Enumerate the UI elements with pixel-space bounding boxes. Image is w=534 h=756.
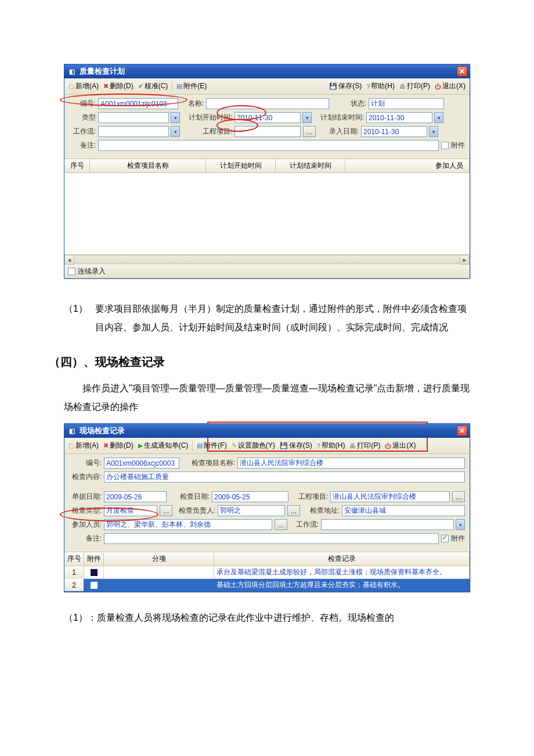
attachment-checkbox[interactable]	[441, 535, 449, 542]
generate-notice-button[interactable]: ▶生成通知单(C)	[136, 440, 190, 452]
dropdown-icon[interactable]: ▾	[171, 126, 180, 137]
save-button[interactable]: 💾保存(S)	[278, 440, 314, 452]
col-section[interactable]: 分项	[104, 552, 214, 566]
exit-button[interactable]: ⏻退出(X)	[383, 440, 417, 452]
check-type-lookup-button[interactable]: …	[160, 505, 172, 516]
col-attach[interactable]: 附件	[84, 552, 104, 566]
type-field[interactable]	[98, 112, 169, 123]
titlebar[interactable]: ◧ 质量检查计划 ✕	[64, 64, 470, 78]
check-type-field[interactable]	[104, 505, 157, 516]
code-field[interactable]	[104, 458, 179, 469]
label-name: 名称:	[181, 99, 204, 109]
print-icon: 🖶	[399, 83, 406, 90]
project-lookup-button[interactable]: …	[452, 491, 465, 502]
check-resp-field[interactable]	[218, 505, 285, 516]
grid-body[interactable]	[64, 173, 470, 254]
cell-att[interactable]	[84, 566, 104, 579]
code-field[interactable]	[98, 98, 178, 109]
participants-field[interactable]	[104, 519, 272, 530]
plus-icon: ▢	[68, 82, 74, 90]
doc-paragraph: （1）：质量检查人员将现场检查的记录在此作业中进行维护、存档。现场检查的	[64, 609, 470, 627]
titlebar[interactable]: ◧ 现场检查记录 ✕	[64, 424, 470, 438]
scroll-left-icon[interactable]: ◄	[64, 255, 74, 265]
name-field[interactable]	[206, 98, 329, 109]
grid-body[interactable]: 1 承台及基础梁混凝土成形较好，局部混凝土涨模；现场质保资料基本齐全。 2 基础…	[64, 566, 470, 592]
scroll-track[interactable]	[74, 255, 460, 264]
form-panel: 编号: 名称: 状态: 类型 ▾ 计划开始时间: ▾ 计划结束时间: ▾ 工作流…	[64, 95, 470, 159]
window-title: 现场检查记录	[80, 426, 125, 436]
remark-field[interactable]	[104, 533, 439, 544]
approve-button[interactable]: ✔核准(C)	[136, 80, 170, 92]
grid-header: 序号 附件 分项 检查记录	[64, 552, 470, 566]
label-code: 编号:	[69, 99, 96, 109]
dropdown-icon[interactable]: ▾	[456, 519, 465, 530]
state-field[interactable]	[369, 98, 444, 109]
pencil-icon: ✎	[232, 442, 237, 449]
continuous-label: 连续录入	[78, 267, 106, 276]
cell-section	[104, 566, 214, 579]
check-date-field[interactable]	[212, 491, 288, 502]
new-button[interactable]: ▢新增(A)	[67, 440, 100, 452]
scroll-right-icon[interactable]: ►	[460, 255, 470, 265]
col-plan-end[interactable]: 计划结束时间	[276, 159, 345, 172]
label-project: 工程项目:	[182, 127, 232, 136]
attachment-button[interactable]: ▤附件(E)	[175, 80, 208, 92]
table-row[interactable]: 1 承台及基础梁混凝土成形较好，局部混凝土涨模；现场质保资料基本齐全。	[64, 566, 470, 579]
new-button[interactable]: ▢新增(A)	[67, 80, 100, 92]
col-people[interactable]: 参加人员	[345, 159, 470, 172]
delete-button[interactable]: ✖删除(D)	[102, 80, 135, 92]
play-icon: ▶	[138, 442, 143, 449]
participants-lookup-button[interactable]: …	[275, 519, 287, 530]
bill-date-field[interactable]	[104, 491, 167, 502]
dropdown-icon[interactable]: ▾	[171, 112, 180, 123]
dropdown-icon[interactable]: ▾	[434, 112, 443, 123]
col-seq[interactable]: 序号	[64, 552, 84, 566]
col-item[interactable]: 检查项目名称	[90, 159, 206, 172]
exit-button[interactable]: ⏻退出(X)	[433, 80, 467, 92]
close-icon[interactable]: ✕	[457, 426, 467, 436]
help-button[interactable]: ?帮助(H)	[315, 440, 347, 452]
remark-field[interactable]	[98, 140, 439, 151]
plan-start-field[interactable]	[234, 112, 301, 123]
check-resp-lookup-button[interactable]: …	[287, 505, 300, 516]
dropdown-icon[interactable]: ▾	[302, 112, 312, 123]
save-icon: 💾	[280, 442, 288, 449]
label-check-item-name: 检查项目名称:	[182, 458, 235, 468]
project-field[interactable]	[330, 491, 450, 502]
plan-end-field[interactable]	[366, 112, 432, 123]
check-icon: ✔	[138, 82, 143, 90]
help-button[interactable]: ?帮助(H)	[365, 80, 396, 92]
close-icon[interactable]: ✕	[457, 66, 467, 77]
col-plan-start[interactable]: 计划开始时间	[206, 159, 276, 172]
attachment-checkbox[interactable]	[441, 142, 449, 149]
col-record[interactable]: 检查记录	[214, 552, 470, 566]
cell-att[interactable]	[84, 579, 104, 592]
entry-date-field[interactable]	[361, 126, 427, 137]
attachment-button[interactable]: ▤附件(F)	[195, 440, 228, 452]
workflow-field[interactable]	[98, 126, 169, 137]
check-item-name-field[interactable]	[237, 458, 465, 469]
project-lookup-button[interactable]: …	[303, 126, 316, 137]
print-button[interactable]: 🖶打印(P)	[348, 440, 382, 452]
dropdown-icon[interactable]: ▾	[429, 126, 438, 137]
project-field[interactable]	[234, 126, 301, 137]
cell-seq: 1	[64, 566, 84, 579]
set-color-button[interactable]: ✎设置颜色(Y)	[230, 440, 277, 452]
label-state: 状态:	[340, 99, 366, 109]
print-icon: 🖶	[349, 442, 356, 449]
app-icon: ◧	[68, 67, 76, 75]
delete-button[interactable]: ✖删除(D)	[102, 440, 135, 452]
col-seq[interactable]: 序号	[64, 159, 90, 172]
table-row[interactable]: 2 基础土方回填分层回填土方超厚且未分层夯实；基础有积水。	[64, 579, 470, 592]
save-button[interactable]: 💾保存(S)	[327, 80, 363, 92]
horizontal-scrollbar[interactable]: ◄ ►	[64, 254, 470, 264]
workflow-field[interactable]	[321, 519, 454, 530]
check-content-field[interactable]	[104, 471, 465, 483]
check-loc-field[interactable]	[342, 505, 465, 516]
help-icon: ?	[317, 442, 320, 449]
label-code: 编号:	[69, 458, 102, 468]
continuous-checkbox[interactable]	[68, 268, 75, 275]
separator	[192, 441, 193, 451]
print-button[interactable]: 🖶打印(P)	[398, 80, 432, 92]
window-quality-plan: ◧ 质量检查计划 ✕ ▢新增(A) ✖删除(D) ✔核准(C) ▤附件(E) 💾…	[64, 64, 470, 279]
